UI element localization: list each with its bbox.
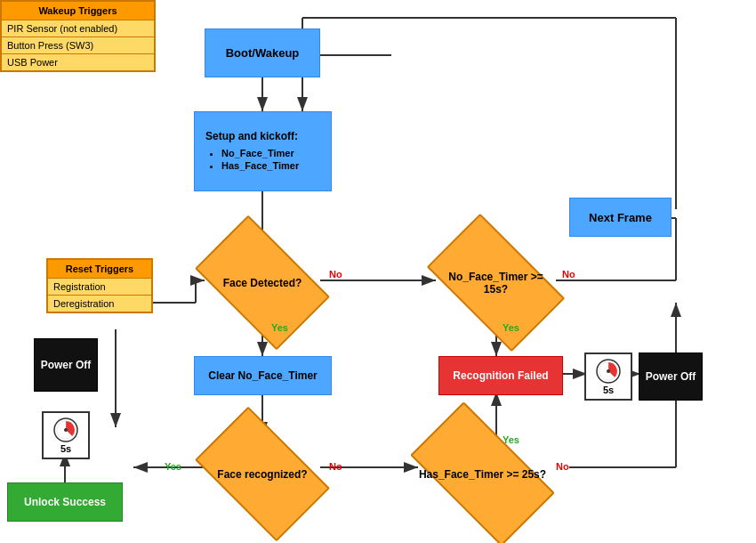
boot-wakeup-box: Boot/Wakeup — [205, 28, 320, 77]
svg-point-30 — [607, 369, 610, 373]
reset-item-1: Registration — [48, 279, 151, 296]
setup-item-1: No_Face_Timer — [221, 148, 299, 158]
setup-list: No_Face_Timer Has_Face_Timer — [205, 146, 299, 173]
face-recognized-label: Face recognized? — [205, 436, 320, 512]
power-off-left-box: Power Off — [34, 338, 98, 392]
no-face-timer-diamond: No_Face_Timer >= 15s? — [436, 245, 556, 320]
wakeup-item-2: Button Press (SW3) — [2, 37, 154, 54]
face-recognized-diamond: Face recognized? — [205, 436, 320, 512]
clear-no-face-box: Clear No_Face_Timer — [194, 356, 332, 395]
has-face-timer-diamond: Has_Face_Timer >= 25s? — [418, 436, 547, 512]
label-yes-face-recognized: Yes — [165, 461, 181, 472]
wakeup-item-3: USB Power — [2, 54, 154, 70]
wakeup-item-1: PIR Sensor (not enabled) — [2, 20, 154, 37]
face-detected-diamond: Face Detected? — [205, 245, 320, 320]
reset-triggers-box: Reset Triggers Registration Deregistrati… — [46, 258, 153, 313]
timer-right-box: 5s — [584, 353, 632, 401]
unlock-success-box: Unlock Success — [7, 482, 123, 522]
reset-item-2: Deregistration — [48, 296, 151, 312]
label-no-no-face-timer: No — [562, 269, 575, 280]
label-no-has-face-timer: No — [556, 461, 569, 472]
no-face-timer-label: No_Face_Timer >= 15s? — [436, 245, 556, 320]
reset-header: Reset Triggers — [48, 260, 151, 279]
label-yes-face-detected: Yes — [271, 322, 288, 333]
label-no-face-detected: No — [329, 269, 342, 280]
wakeup-triggers-box: Wakeup Triggers PIR Sensor (not enabled)… — [0, 0, 156, 72]
wakeup-header: Wakeup Triggers — [2, 2, 154, 20]
timer-left-box: 5s — [42, 411, 90, 459]
setup-label: Setup and kickoff: — [205, 130, 298, 142]
has-face-timer-label: Has_Face_Timer >= 25s? — [418, 436, 547, 512]
setup-box: Setup and kickoff: No_Face_Timer Has_Fac… — [194, 111, 332, 191]
setup-item-2: Has_Face_Timer — [221, 160, 299, 171]
recognition-failed-box: Recognition Failed — [438, 356, 563, 395]
label-yes-no-face-timer: Yes — [503, 322, 519, 333]
next-frame-box: Next Frame — [569, 198, 672, 237]
face-detected-label: Face Detected? — [205, 245, 320, 320]
label-yes-has-face-timer: Yes — [503, 434, 519, 445]
label-no-face-recognized: No — [329, 461, 342, 472]
timer-right-icon — [595, 358, 622, 385]
timer-left-icon — [52, 417, 79, 443]
flowchart-diagram: Wakeup Triggers PIR Sensor (not enabled)… — [0, 0, 756, 543]
power-off-right-box: Power Off — [639, 353, 703, 401]
svg-point-28 — [64, 428, 68, 432]
